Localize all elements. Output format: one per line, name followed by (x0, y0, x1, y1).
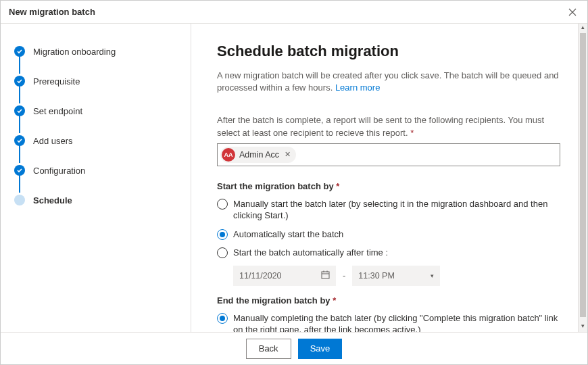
recipients-desc: After the batch is complete, a report wi… (217, 114, 560, 139)
radio-label: Start the batch automatically after time… (233, 247, 388, 259)
save-button[interactable]: Save (298, 339, 343, 359)
check-icon (14, 165, 25, 176)
start-label: Start the migration batch by * (217, 181, 560, 191)
step-connector (19, 175, 20, 193)
radio-icon (217, 229, 228, 240)
avatar: AA (222, 148, 235, 162)
start-time-value: 11:30 PM (358, 271, 395, 281)
step-connector (19, 116, 20, 133)
intro-body: A new migration batch will be created af… (217, 70, 559, 93)
page-title: Schedule batch migration (217, 43, 560, 60)
required-mark: * (410, 128, 414, 138)
step-set-endpoint[interactable]: Set endpoint (14, 103, 191, 118)
recipients-input[interactable]: AA Admin Acc ✕ (217, 143, 560, 166)
start-time-select[interactable]: 11:30 PM ▾ (352, 266, 440, 286)
wizard-steps: Migration onboarding Prerequisite Set en… (1, 24, 191, 332)
end-label-text: End the migration batch by (217, 295, 330, 306)
step-schedule[interactable]: Schedule (14, 193, 191, 208)
start-date-input[interactable]: 11/11/2020 (233, 266, 336, 286)
chevron-down-icon: ▾ (431, 272, 434, 279)
title-bar: New migration batch (1, 1, 587, 24)
step-label: Set endpoint (33, 106, 82, 116)
check-icon (14, 135, 25, 146)
radio-icon (217, 313, 228, 324)
separator: - (343, 270, 345, 281)
radio-label: Manually start the batch later (by selec… (233, 198, 560, 222)
recipient-chip: AA Admin Acc ✕ (220, 147, 296, 163)
step-add-users[interactable]: Add users (14, 133, 191, 148)
radio-label: Manually completing the batch later (by … (233, 312, 560, 332)
step-label: Schedule (33, 195, 72, 205)
required-mark: * (336, 181, 339, 191)
step-connector (19, 56, 20, 74)
check-icon (14, 46, 25, 57)
current-step-icon (14, 195, 25, 205)
intro-text: A new migration batch will be created af… (217, 70, 560, 94)
scroll-up-icon[interactable]: ▴ (579, 24, 587, 33)
check-icon (14, 105, 25, 116)
step-label: Migration onboarding (33, 47, 116, 57)
back-button[interactable]: Back (246, 339, 291, 359)
start-label-text: Start the migration batch by (217, 181, 334, 191)
radio-icon (217, 247, 228, 258)
radio-label: Automatically start the batch (233, 228, 343, 241)
step-configuration[interactable]: Configuration (14, 163, 191, 178)
main-panel: Schedule batch migration A new migration… (191, 24, 587, 332)
scrollbar[interactable]: ▴ ▾ (578, 24, 587, 332)
start-date-value: 11/11/2020 (239, 271, 282, 281)
scroll-down-icon[interactable]: ▾ (579, 322, 587, 332)
chip-name: Admin Acc (239, 150, 279, 160)
start-option-after-time[interactable]: Start the batch automatically after time… (217, 247, 560, 259)
start-option-auto[interactable]: Automatically start the batch (217, 228, 560, 241)
step-label: Add users (33, 136, 73, 146)
close-icon[interactable] (566, 5, 579, 19)
window-title: New migration batch (9, 7, 95, 17)
svg-rect-0 (322, 272, 329, 278)
learn-more-link[interactable]: Learn more (335, 82, 380, 93)
step-prerequisite[interactable]: Prerequisite (14, 74, 191, 89)
start-datetime-row: 11/11/2020 - 11:30 PM ▾ (233, 266, 560, 286)
required-mark: * (333, 295, 336, 306)
content-area: Schedule batch migration A new migration… (191, 24, 587, 332)
step-connector (19, 86, 20, 103)
scroll-thumb[interactable] (580, 33, 586, 317)
dialog-frame: New migration batch Migration onboarding… (0, 0, 588, 365)
remove-chip-icon[interactable]: ✕ (283, 150, 292, 159)
step-label: Prerequisite (33, 76, 80, 87)
recipients-text: After the batch is complete, a report wi… (217, 115, 544, 137)
calendar-icon (321, 270, 330, 281)
step-label: Configuration (33, 166, 85, 176)
end-label: End the migration batch by * (217, 295, 560, 306)
check-icon (14, 76, 25, 87)
start-option-manual[interactable]: Manually start the batch later (by selec… (217, 198, 560, 222)
radio-icon (217, 199, 228, 210)
step-connector (19, 145, 20, 163)
end-option-manual[interactable]: Manually completing the batch later (by … (217, 312, 560, 332)
footer: Back Save (1, 332, 587, 364)
dialog-body: Migration onboarding Prerequisite Set en… (1, 24, 587, 332)
step-migration-onboarding[interactable]: Migration onboarding (14, 44, 191, 59)
